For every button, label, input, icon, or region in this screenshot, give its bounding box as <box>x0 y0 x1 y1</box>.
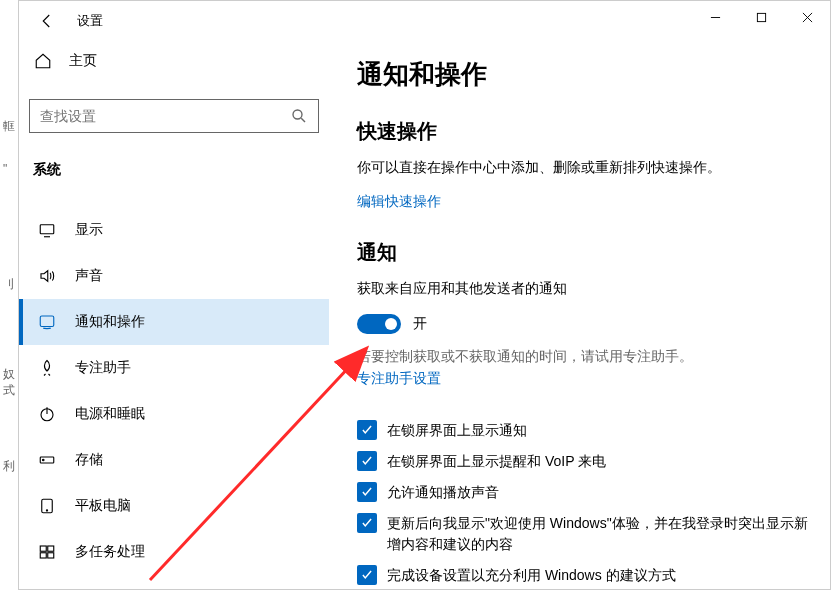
checkbox-label: 完成设备设置以充分利用 Windows 的建议方式 <box>387 565 676 586</box>
checkbox-label: 更新后向我显示"欢迎使用 Windows"体验，并在我登录时突出显示新增内容和建… <box>387 513 810 555</box>
sidebar-item-display[interactable]: 显示 <box>19 207 329 253</box>
svg-rect-8 <box>40 316 54 327</box>
window-title: 设置 <box>77 12 103 30</box>
check-lockscreen-notifications: 在锁屏界面上显示通知 <box>357 420 810 441</box>
sidebar-item-storage[interactable]: 存储 <box>19 437 329 483</box>
sidebar-item-label: 多任务处理 <box>75 543 145 561</box>
sidebar-section-label: 系统 <box>19 143 329 189</box>
svg-rect-1 <box>757 13 765 21</box>
sidebar-item-tablet[interactable]: 平板电脑 <box>19 483 329 529</box>
sidebar-item-focus-assist[interactable]: 专注助手 <box>19 345 329 391</box>
power-icon <box>37 404 57 424</box>
svg-rect-16 <box>48 546 54 551</box>
svg-point-12 <box>43 459 45 461</box>
maximize-button[interactable] <box>738 1 784 33</box>
checkbox[interactable] <box>357 482 377 502</box>
multitasking-icon <box>37 542 57 562</box>
focus-assist-hint: 若要控制获取或不获取通知的时间，请试用专注助手。 <box>357 348 810 366</box>
home-icon <box>33 51 53 71</box>
svg-rect-6 <box>40 225 54 234</box>
edit-quick-actions-link[interactable]: 编辑快速操作 <box>357 193 810 211</box>
svg-point-4 <box>293 110 302 119</box>
notifications-toggle-label: 开 <box>413 315 427 333</box>
search-box[interactable] <box>29 99 319 133</box>
sidebar-item-label: 显示 <box>75 221 103 239</box>
notifications-icon <box>37 312 57 332</box>
close-button[interactable] <box>784 1 830 33</box>
svg-rect-17 <box>40 553 46 558</box>
window-controls <box>692 1 830 33</box>
check-finish-setup: 完成设备设置以充分利用 Windows 的建议方式 <box>357 565 810 586</box>
notifications-heading: 通知 <box>357 239 810 266</box>
check-welcome-experience: 更新后向我显示"欢迎使用 Windows"体验，并在我登录时突出显示新增内容和建… <box>357 513 810 555</box>
sidebar-item-label: 声音 <box>75 267 103 285</box>
svg-point-14 <box>46 510 47 511</box>
sidebar-home-label: 主页 <box>69 52 97 70</box>
focus-assist-icon <box>37 358 57 378</box>
notifications-desc: 获取来自应用和其他发送者的通知 <box>357 280 810 298</box>
check-notification-sounds: 允许通知播放声音 <box>357 482 810 503</box>
checkbox-label: 在锁屏界面上显示提醒和 VoIP 来电 <box>387 451 606 472</box>
sidebar-item-power-sleep[interactable]: 电源和睡眠 <box>19 391 329 437</box>
sidebar-item-label: 存储 <box>75 451 103 469</box>
titlebar: 设置 <box>19 1 830 41</box>
sidebar: 主页 系统 显示 声音 <box>19 41 337 589</box>
notifications-toggle-row: 开 <box>357 314 810 334</box>
content-pane: 通知和操作 快速操作 你可以直接在操作中心中添加、删除或重新排列快速操作。 编辑… <box>337 41 830 589</box>
checkbox-label: 允许通知播放声音 <box>387 482 499 503</box>
sidebar-item-multitasking[interactable]: 多任务处理 <box>19 529 329 575</box>
checkbox[interactable] <box>357 565 377 585</box>
focus-assist-link[interactable]: 专注助手设置 <box>357 370 810 388</box>
storage-icon <box>37 450 57 470</box>
display-icon <box>37 220 57 240</box>
minimize-button[interactable] <box>692 1 738 33</box>
quick-actions-heading: 快速操作 <box>357 118 810 145</box>
quick-actions-desc: 你可以直接在操作中心中添加、删除或重新排列快速操作。 <box>357 159 810 177</box>
notifications-toggle[interactable] <box>357 314 401 334</box>
window-body: 主页 系统 显示 声音 <box>19 41 830 589</box>
sidebar-item-label: 专注助手 <box>75 359 131 377</box>
page-title: 通知和操作 <box>357 57 810 92</box>
search-input[interactable] <box>40 108 290 124</box>
search-container <box>19 79 329 143</box>
search-icon <box>290 107 308 125</box>
notification-checkbox-list: 在锁屏界面上显示通知 在锁屏界面上显示提醒和 VoIP 来电 允许通知播放声音 … <box>357 420 810 586</box>
sidebar-nav: 显示 声音 通知和操作 专注助手 电源和睡眠 <box>19 207 329 575</box>
sound-icon <box>37 266 57 286</box>
checkbox[interactable] <box>357 451 377 471</box>
gutter-fragments: 軭 " 刂 奴 式 利 <box>0 0 18 590</box>
tablet-icon <box>37 496 57 516</box>
sidebar-item-label: 电源和睡眠 <box>75 405 145 423</box>
checkbox[interactable] <box>357 420 377 440</box>
settings-window: 设置 主页 <box>18 0 831 590</box>
checkbox-label: 在锁屏界面上显示通知 <box>387 420 527 441</box>
sidebar-home[interactable]: 主页 <box>19 43 329 79</box>
sidebar-item-label: 通知和操作 <box>75 313 145 331</box>
checkbox[interactable] <box>357 513 377 533</box>
svg-rect-15 <box>40 546 46 551</box>
sidebar-item-sound[interactable]: 声音 <box>19 253 329 299</box>
back-button[interactable] <box>31 5 63 37</box>
check-lockscreen-reminders: 在锁屏界面上显示提醒和 VoIP 来电 <box>357 451 810 472</box>
sidebar-item-label: 平板电脑 <box>75 497 131 515</box>
svg-line-5 <box>301 118 305 122</box>
svg-rect-18 <box>48 553 54 558</box>
sidebar-item-notifications[interactable]: 通知和操作 <box>19 299 329 345</box>
